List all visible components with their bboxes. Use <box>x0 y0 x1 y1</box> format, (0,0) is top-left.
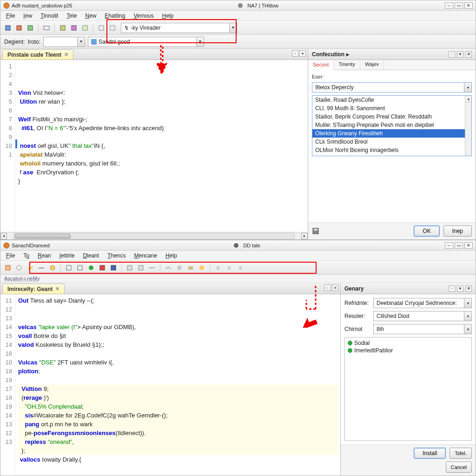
tree[interactable]: SodialImerledtlPablior <box>344 337 472 441</box>
list-item[interactable]: Stailie, Road DyesCofie <box>312 96 471 104</box>
combo-sandnl[interactable]: Sandnl good ▼ <box>88 37 204 47</box>
tab-close-2[interactable]: ✕ <box>332 284 338 291</box>
subtab-secont[interactable]: Secont <box>308 60 334 70</box>
tb2-icon-2[interactable] <box>14 263 24 272</box>
scroll-up-icon[interactable]: ▴ <box>465 96 471 102</box>
menu-file[interactable]: File <box>2 251 19 260</box>
tab-mini-2[interactable]: ▾ <box>299 50 306 57</box>
panel-mini-2[interactable]: ▾ <box>457 285 463 292</box>
dropdown-icon[interactable]: ▼ <box>196 37 204 46</box>
ok-button[interactable]: OK <box>414 225 439 237</box>
tab-pinstale[interactable]: Pinstale cude Tleent ✕ <box>2 49 73 60</box>
tree-node[interactable]: ImerledtlPablior <box>347 347 469 354</box>
tb2-icon-15[interactable] <box>175 263 184 272</box>
tb-icon-9[interactable] <box>108 23 117 33</box>
tab-mini-1[interactable]: ▫ <box>292 50 298 57</box>
code-lines[interactable]: Out Tiess all say= Dianly --(;velcas "la… <box>15 294 340 476</box>
tb2-icon-1[interactable] <box>3 263 13 272</box>
menu-iew[interactable]: Iew <box>20 12 36 20</box>
tb-icon-8[interactable] <box>97 23 106 33</box>
menu-rean[interactable]: Rean <box>34 251 55 260</box>
scroll-left-icon[interactable]: ◂ <box>0 233 7 239</box>
cancel-button[interactable]: Cancel <box>446 462 472 473</box>
v-scrollbar[interactable]: ▴ <box>465 96 471 156</box>
subtab-tinenty[interactable]: Tinenty <box>334 60 360 70</box>
tb2-icon-4[interactable]: — <box>37 263 46 272</box>
close-button[interactable]: ✕ <box>464 242 473 249</box>
tb2-icon-20[interactable]: ≡ <box>236 263 245 272</box>
panel-close-icon[interactable]: ✕ <box>465 51 472 58</box>
tb2-icon-5[interactable] <box>48 263 57 272</box>
tb2-icon-17[interactable] <box>197 263 206 272</box>
menu-thencs[interactable]: Thencs <box>104 251 129 260</box>
menu-new[interactable]: New <box>81 12 100 20</box>
panel-mini-1[interactable]: ▫ <box>449 285 455 292</box>
close-button[interactable]: ✕ <box>464 2 473 9</box>
combo-resoler[interactable]: Clilshed Diod▾ <box>373 311 472 321</box>
list-item[interactable]: CLk Snmdliood Breol <box>312 138 471 146</box>
minimize-button[interactable]: ─ <box>445 242 453 249</box>
combo-refridnte[interactable]: Deebinatal Crryojal SedInennce:▾ <box>373 298 472 308</box>
menu-to[interactable]: To <box>20 251 33 260</box>
list-item[interactable]: Olerking Gneany Firesliheh <box>312 129 471 138</box>
tab-mini-1[interactable]: ▫ <box>324 284 331 291</box>
scroll-thumb[interactable] <box>15 234 71 238</box>
dropdown-icon[interactable]: ▾ <box>464 298 471 308</box>
code-editor[interactable]: 1112131415141610181917181914131213 Out T… <box>0 294 340 476</box>
tb-icon-5[interactable] <box>58 23 67 33</box>
tb2-icon-19[interactable]: ≡ <box>225 263 234 272</box>
h-scrollbar[interactable]: ◂ ▸ <box>0 232 308 239</box>
inep-button[interactable]: Inep <box>443 225 472 237</box>
menu-file[interactable]: File <box>2 12 19 20</box>
tab-close-icon[interactable]: ✕ <box>55 286 60 292</box>
panel-close-icon[interactable]: ✕ <box>465 285 472 292</box>
menu-mencane[interactable]: Mencane <box>131 251 161 260</box>
dropdown-icon[interactable]: ▾ <box>464 311 471 321</box>
tb-icon-1[interactable] <box>3 23 13 33</box>
list-item[interactable]: OLMior Norhl Biceing innagerbels <box>312 146 471 154</box>
combo-chirnot[interactable]: 8ih▾ <box>373 324 472 334</box>
minimize-button[interactable]: ─ <box>445 2 453 9</box>
tb-icon-7[interactable] <box>80 23 90 33</box>
tb2-icon-14[interactable] <box>164 263 173 272</box>
menu-help[interactable]: Help <box>159 12 178 20</box>
tsfel-button[interactable]: Tsfel. <box>450 448 472 459</box>
tb2-icon-3[interactable] <box>26 263 35 272</box>
dropdown-icon[interactable]: ▼ <box>229 23 237 33</box>
list-item[interactable]: Stailior, Beprik Conpoes Preal Cllate: R… <box>312 112 471 121</box>
list-item[interactable]: Mulile: SToaring Prepriate Pesh moti en … <box>312 121 471 129</box>
disk-icon[interactable] <box>312 227 319 235</box>
dropdown-icon[interactable]: ▾ <box>464 324 471 334</box>
tb2-icon-11[interactable] <box>125 263 134 272</box>
tb2-icon-7[interactable] <box>75 263 85 272</box>
maximize-button[interactable]: ▭ <box>455 2 463 9</box>
list-item[interactable]: CLI. 99 Modh 8: Sanonment <box>312 104 471 112</box>
combo-depercly[interactable]: 9teiox Depercly ▾ <box>312 82 472 93</box>
tb2-icon-18[interactable]: ≡ <box>213 263 223 272</box>
tb2-icon-10[interactable] <box>109 263 118 272</box>
tab-close-icon[interactable]: ✕ <box>64 52 68 58</box>
tb-icon-3[interactable] <box>26 23 35 33</box>
tb2-icon-13[interactable]: ⋯ <box>147 263 157 272</box>
menu-help[interactable]: Help <box>162 251 181 260</box>
tb2-icon-16[interactable] <box>186 263 195 272</box>
combo-iroto[interactable]: ▼ <box>43 37 85 47</box>
menu-tinnolit[interactable]: Tinnolit <box>37 12 62 20</box>
subtab-wajev[interactable]: Wajev <box>360 60 384 70</box>
menu-ehatting[interactable]: Ehatting <box>101 12 129 20</box>
tab-imirecelty[interactable]: Imirecelty: Geant ✕ <box>2 284 65 294</box>
menu-vemous[interactable]: Vemous <box>130 12 157 20</box>
install-button[interactable]: Install <box>414 448 446 459</box>
scroll-right-icon[interactable]: ▸ <box>301 233 308 239</box>
panel-mini-2[interactable]: ▾ <box>457 51 463 58</box>
menu-iettirle[interactable]: Iettirle <box>56 251 79 260</box>
code-editor[interactable]: 124356789101 Vion Vist helow<: Uitlon re… <box>0 60 308 232</box>
list-item[interactable]: CLI DirgtalMerh <box>312 154 471 156</box>
menu-dleant[interactable]: Dleant <box>79 251 103 260</box>
tb-icon-6[interactable] <box>69 23 79 33</box>
tb2-icon-12[interactable] <box>136 263 145 272</box>
tb-icon-2[interactable] <box>14 23 24 33</box>
dropdown-icon[interactable]: ▼ <box>77 37 85 46</box>
panel-mini-1[interactable]: ▫ <box>449 51 455 58</box>
tree-node[interactable]: Sodial <box>347 339 469 347</box>
